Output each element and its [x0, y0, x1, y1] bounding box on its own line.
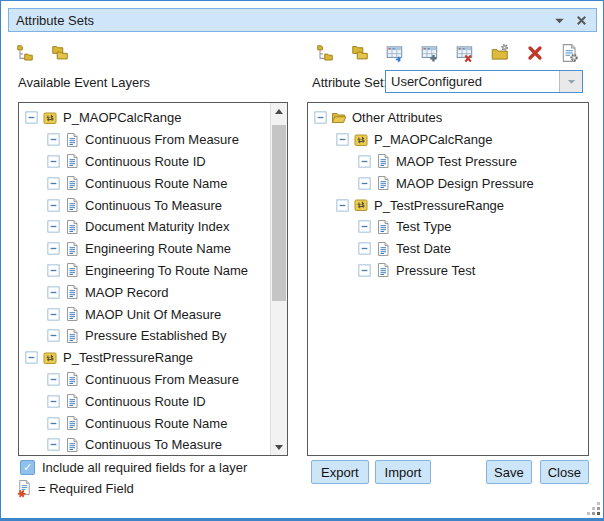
- left-tree-scrollbar[interactable]: [270, 103, 287, 455]
- tree-item[interactable]: Engineering Route Name: [19, 238, 270, 260]
- tree-item[interactable]: P_TestPressureRange: [308, 194, 588, 216]
- close-button[interactable]: Close: [540, 460, 589, 484]
- collapse-expander-icon[interactable]: [25, 351, 38, 364]
- collapse-panel-button[interactable]: [552, 13, 567, 28]
- collapse-attribute-set-button[interactable]: [350, 43, 370, 63]
- remove-layer-button[interactable]: [455, 43, 475, 63]
- tree-item[interactable]: P_TestPressureRange: [19, 347, 270, 369]
- attribute-set-tree: Other Attributes P_MAOPCalcRange MAOP Te…: [308, 103, 588, 455]
- tree-item[interactable]: Document Maturity Index: [19, 216, 270, 238]
- scroll-up-button[interactable]: [271, 103, 287, 119]
- field-icon: [375, 262, 391, 278]
- export-button[interactable]: Export: [311, 460, 369, 484]
- tree-item[interactable]: P_MAOPCalcRange: [19, 107, 270, 129]
- delete-attribute-set-button[interactable]: [525, 43, 545, 63]
- field-icon: [64, 197, 80, 213]
- tree-item[interactable]: Continuous Route ID: [19, 390, 270, 412]
- tree-item[interactable]: Continuous From Measure: [19, 369, 270, 391]
- import-button[interactable]: Import: [375, 460, 432, 484]
- tree-item[interactable]: P_MAOPCalcRange: [308, 129, 588, 151]
- required-field-legend: = Required Field: [16, 479, 134, 498]
- tree-item[interactable]: Pressure Established By: [19, 325, 270, 347]
- expand-attribute-set-button[interactable]: [315, 43, 335, 63]
- tree-item-label: Continuous From Measure: [85, 132, 239, 147]
- field-icon: [375, 153, 391, 169]
- expand-event-layers-button[interactable]: [15, 43, 35, 63]
- table-delete-icon: [455, 43, 475, 63]
- checkmark-icon: ✓: [21, 461, 34, 474]
- collapse-expander-icon[interactable]: [47, 133, 60, 146]
- collapse-expander-icon[interactable]: [358, 220, 371, 233]
- new-attribute-set-button[interactable]: [490, 43, 510, 63]
- tree-item[interactable]: MAOP Unit Of Measure: [19, 303, 270, 325]
- red-x-icon: [525, 43, 545, 63]
- chevron-down-icon: [565, 75, 578, 88]
- titlebar[interactable]: Attribute Sets: [8, 8, 597, 32]
- available-layers-panel: P_MAOPCalcRange Continuous From Measure …: [18, 102, 288, 456]
- collapse-expander-icon[interactable]: [47, 155, 60, 168]
- collapse-expander-icon[interactable]: [47, 286, 60, 299]
- attribute-sets-dialog: Attribute Sets: [0, 0, 604, 521]
- collapse-expander-icon[interactable]: [47, 242, 60, 255]
- caret-down-icon: [552, 13, 567, 28]
- attribute-set-label: Attribute Set:: [312, 75, 387, 90]
- collapse-expander-icon[interactable]: [358, 177, 371, 190]
- add-selected-layer-button[interactable]: [385, 43, 405, 63]
- collapse-expander-icon[interactable]: [47, 395, 60, 408]
- tree-item[interactable]: MAOP Test Pressure: [308, 151, 588, 173]
- resize-grip[interactable]: [587, 502, 601, 516]
- folders-icon: [350, 43, 370, 63]
- save-button[interactable]: Save: [486, 460, 532, 484]
- tree-item-label: Engineering Route Name: [85, 241, 231, 256]
- tree-item[interactable]: Continuous Route Name: [19, 172, 270, 194]
- collapse-expander-icon[interactable]: [47, 438, 60, 451]
- collapse-expander-icon[interactable]: [47, 264, 60, 277]
- tree-item[interactable]: MAOP Design Pressure: [308, 172, 588, 194]
- include-required-fields-row: ✓ Include all required fields for a laye…: [20, 460, 247, 475]
- collapse-expander-icon[interactable]: [47, 373, 60, 386]
- tree-item[interactable]: Continuous Route Name: [19, 412, 270, 434]
- tree-item[interactable]: Other Attributes: [308, 107, 588, 129]
- tree-item[interactable]: Continuous Route ID: [19, 151, 270, 173]
- collapse-expander-icon[interactable]: [314, 111, 327, 124]
- tree-item-label: Other Attributes: [352, 110, 442, 125]
- scrollbar-thumb[interactable]: [272, 125, 286, 301]
- attribute-set-properties-button[interactable]: [560, 43, 580, 63]
- tree-item[interactable]: Test Type: [308, 216, 588, 238]
- field-icon: [64, 437, 80, 453]
- tree-item[interactable]: Test Date: [308, 238, 588, 260]
- scroll-down-button[interactable]: [271, 439, 287, 455]
- tree-item[interactable]: Continuous To Measure: [19, 434, 270, 455]
- close-panel-button[interactable]: [574, 13, 589, 28]
- include-required-label: Include all required fields for a layer: [42, 460, 247, 475]
- collapse-expander-icon[interactable]: [336, 199, 349, 212]
- tree-item[interactable]: MAOP Record: [19, 281, 270, 303]
- include-required-checkbox[interactable]: ✓: [20, 460, 35, 475]
- tree-item[interactable]: Pressure Test: [308, 260, 588, 282]
- collapse-expander-icon[interactable]: [358, 264, 371, 277]
- field-icon: [64, 393, 80, 409]
- collapse-expander-icon[interactable]: [47, 177, 60, 190]
- collapse-expander-icon[interactable]: [358, 242, 371, 255]
- attribute-set-dropdown-button[interactable]: [559, 71, 582, 92]
- tree-item[interactable]: Engineering To Route Name: [19, 260, 270, 282]
- collapse-expander-icon[interactable]: [47, 417, 60, 430]
- collapse-expander-icon[interactable]: [336, 133, 349, 146]
- tree-folders-icon: [15, 43, 35, 63]
- collapse-event-layers-button[interactable]: [50, 43, 70, 63]
- collapse-expander-icon[interactable]: [47, 220, 60, 233]
- event-layers-toolbar: [15, 43, 70, 63]
- attribute-set-input[interactable]: [386, 71, 559, 92]
- field-icon: [375, 241, 391, 257]
- close-icon: [574, 13, 589, 28]
- collapse-expander-icon[interactable]: [47, 308, 60, 321]
- add-all-layers-button[interactable]: [420, 43, 440, 63]
- collapse-expander-icon[interactable]: [47, 199, 60, 212]
- collapse-expander-icon[interactable]: [25, 111, 38, 124]
- collapse-expander-icon[interactable]: [47, 329, 60, 342]
- tree-item[interactable]: Continuous To Measure: [19, 194, 270, 216]
- field-icon: [64, 284, 80, 300]
- tree-item[interactable]: Continuous From Measure: [19, 129, 270, 151]
- collapse-expander-icon[interactable]: [358, 155, 371, 168]
- tree-item-label: Continuous Route ID: [85, 154, 206, 169]
